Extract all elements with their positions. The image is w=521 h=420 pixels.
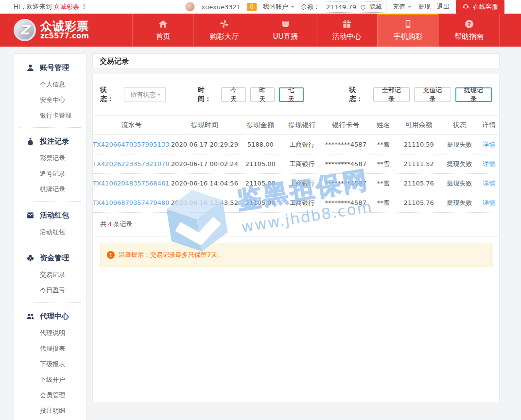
gift-icon: [342, 19, 352, 29]
sidebar-item-personal-info[interactable]: 个人信息: [19, 77, 81, 92]
withdraw-bank: 工商银行: [282, 140, 323, 149]
message-count-badge[interactable]: 0: [247, 3, 257, 11]
time-seven-days-button[interactable]: 七天: [279, 87, 303, 102]
sidebar-header-funds[interactable]: 资金管理: [19, 249, 81, 267]
available-balance: 21110.59: [398, 141, 440, 148]
sidebar-item-security-center[interactable]: 安全中心: [19, 92, 81, 108]
table-row: TX420262233573210701 2020-06-17 00:02:24…: [93, 154, 499, 174]
home-icon: [158, 19, 168, 29]
welcome-prefix: Hi，欢迎来到: [14, 2, 52, 11]
records-card: 状态： 所有状态 时间： 今天 昨天 七天 状态： 全部记录 充值记录 提: [92, 74, 500, 403]
nav-item-mobile-lottery[interactable]: 手机购彩: [377, 14, 438, 47]
sidebar-item-agent-info[interactable]: 代理说明: [19, 325, 81, 341]
withdraw-bank: 工商银行: [282, 199, 323, 207]
sidebar-item-lottery-records[interactable]: 彩票记录: [19, 151, 81, 166]
sidebar-item-agent-report[interactable]: 代理报表: [19, 341, 81, 356]
detail-link[interactable]: 详情: [483, 141, 495, 148]
sidebar-item-member-manage[interactable]: 会员管理: [19, 387, 81, 403]
user-avatar[interactable]: [185, 2, 195, 12]
sidebar-item-activity-red-packet[interactable]: 活动红包: [19, 224, 81, 240]
detail-link[interactable]: 详情: [483, 199, 495, 206]
card-number: ********4587: [322, 160, 369, 168]
table-row: TX410620483575684611 2020-06-16 14:04:56…: [93, 174, 499, 193]
col-name: 姓名: [369, 121, 398, 130]
sidebar-section-account: 账号管理 个人信息 安全中心 银行卡管理: [19, 54, 81, 128]
sidebar-item-today-profit[interactable]: 今日盈亏: [19, 283, 81, 298]
col-withdraw-bank: 提现银行: [282, 121, 323, 130]
sidebar-item-transaction-records[interactable]: 交易记录: [19, 267, 81, 283]
nav-item-home[interactable]: 首页: [132, 14, 193, 47]
balance-box: 21149.79 隐藏: [322, 1, 386, 13]
sidebar-header-account[interactable]: 账号管理: [19, 59, 81, 77]
status-text: 提现失败: [440, 140, 479, 149]
logout-link[interactable]: 退出: [437, 2, 450, 11]
balance-value: 21149.79: [326, 3, 356, 11]
recharge-dropdown[interactable]: 充值: [393, 2, 412, 11]
sidebar-item-bet-detail[interactable]: 投注明细: [19, 403, 81, 419]
sidebar-section-red-packet: 活动红包 活动红包: [19, 202, 81, 244]
holder-name: **雪: [369, 199, 398, 207]
withdraw-amount: 21105.00: [239, 160, 282, 168]
col-card-number: 银行卡号: [322, 121, 369, 130]
detail-link[interactable]: 详情: [483, 160, 495, 168]
headset-icon: [462, 2, 469, 11]
pinwheel-icon: [219, 19, 229, 29]
card-number: ********4587: [322, 180, 369, 187]
withdraw-link[interactable]: 提现: [418, 2, 431, 11]
type-recharge-button[interactable]: 充值记录: [414, 87, 451, 102]
sidebar-item-chase-records[interactable]: 追号记录: [19, 166, 81, 182]
my-account-dropdown[interactable]: 我的账户: [263, 2, 295, 11]
username-link[interactable]: xuexue3321: [201, 3, 241, 11]
records-summary: 共4条记录: [93, 213, 499, 236]
phone-icon: [403, 19, 413, 29]
sidebar-header-agent[interactable]: 代理中心: [19, 307, 81, 325]
flow-id: TX410620483575684611: [93, 180, 170, 187]
available-balance: 21111.52: [398, 160, 440, 168]
funds-icon: [26, 254, 35, 262]
withdraw-bank: 工商银行: [282, 179, 323, 188]
sidebar-header-bet-records[interactable]: 投注记录: [19, 133, 81, 151]
withdraw-time: 2020-06-17 00:02:24: [170, 160, 239, 168]
refresh-balance-icon[interactable]: [360, 4, 366, 10]
table-header: 流水号 提现时间 提现金额 提现银行 银行卡号 姓名 可用余额 状态 详情: [93, 116, 499, 135]
status-text: 提现失败: [440, 160, 479, 168]
time-today-button[interactable]: 今天: [221, 87, 245, 102]
sidebar-item-bank-card[interactable]: 银行卡管理: [19, 108, 81, 123]
withdraw-amount: 21105.00: [239, 180, 282, 187]
status-text: 提现失败: [440, 179, 479, 188]
sidebar-section-funds: 资金管理 交易记录 今日盈亏: [19, 244, 81, 302]
type-filter-label: 状态：: [349, 86, 369, 103]
detail-link[interactable]: 详情: [483, 180, 495, 187]
records-count: 4: [108, 220, 112, 228]
sidebar-section-bet-records: 投注记录 彩票记录 追号记录 棋牌记录: [19, 128, 81, 202]
col-available-balance: 可用余额: [398, 121, 440, 130]
logo-z-icon: Z: [14, 19, 36, 41]
user-icon: [26, 64, 35, 72]
time-yesterday-button[interactable]: 昨天: [250, 87, 275, 102]
site-logo[interactable]: Z 众诚彩票 zc5577.com: [14, 14, 89, 47]
hide-balance-toggle[interactable]: 隐藏: [369, 2, 382, 11]
sidebar-item-sub-report[interactable]: 下级报表: [19, 356, 81, 372]
logo-domain: zc5577.com: [40, 33, 89, 40]
notice-banner: ! 温馨提示：交易记录最多只保留7天。: [100, 243, 492, 267]
nav-item-help-guide[interactable]: ? 帮助指南: [438, 14, 500, 47]
withdraw-time: 2020-06-16 13:43:52: [170, 199, 239, 206]
logo-title: 众诚彩票: [40, 20, 89, 33]
sidebar-section-agent: 代理中心 代理说明 代理报表 下级报表 下级开户 会员管理 投注明细 交易明细: [19, 302, 81, 420]
agents-icon: [26, 312, 35, 320]
status-select[interactable]: 所有状态: [124, 87, 165, 102]
topbar: Hi，欢迎来到 众诚彩票 ！ xuexue3321 0 我的账户 余额： 211…: [0, 0, 521, 14]
sidebar-header-red-packet[interactable]: 活动红包: [19, 206, 81, 224]
withdraw-amount: 5188.00: [239, 141, 282, 148]
nav-item-lottery-hall[interactable]: 购彩大厅: [193, 14, 255, 47]
online-service-button[interactable]: 在线客服: [456, 0, 504, 14]
type-all-button[interactable]: 全部记录: [373, 87, 410, 102]
type-withdraw-button[interactable]: 提现记录: [455, 87, 492, 102]
balance-label: 余额：: [301, 2, 320, 11]
brand-link[interactable]: 众诚彩票: [53, 2, 79, 11]
nav-item-uu-live[interactable]: UU直播: [255, 14, 316, 47]
col-flow-id: 流水号: [93, 121, 170, 130]
sidebar-item-sub-account[interactable]: 下级开户: [19, 372, 81, 387]
sidebar-item-chess-records[interactable]: 棋牌记录: [19, 182, 81, 197]
nav-item-activity-center[interactable]: 活动中心: [316, 14, 377, 47]
